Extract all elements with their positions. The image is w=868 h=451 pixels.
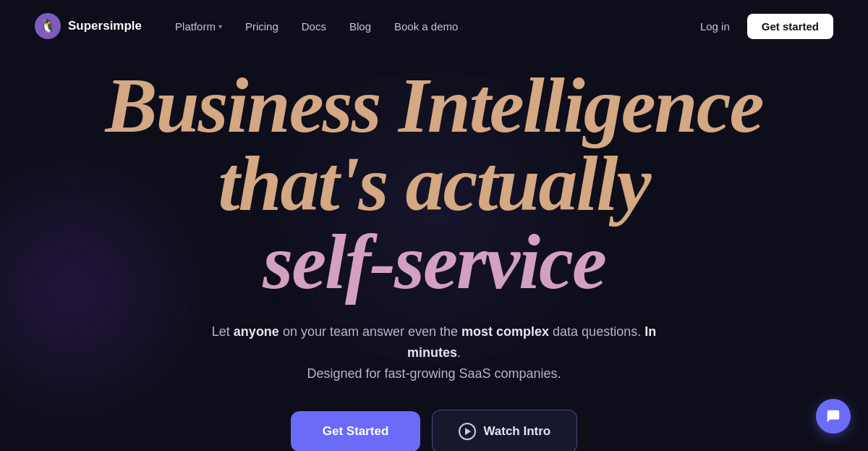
hero-buttons: Get Started Watch Intro (291, 410, 578, 451)
hero-subtitle-line2: Designed for fast-growing SaaS companies… (307, 366, 561, 381)
play-triangle (465, 428, 471, 435)
login-button[interactable]: Log in (689, 14, 741, 38)
nav-blog[interactable]: Blog (339, 14, 381, 38)
hero-title: Business Intelligence that's actually se… (105, 67, 762, 301)
hero-title-line2: that's actually (105, 145, 762, 223)
logo-icon: 🐧 (35, 13, 61, 39)
navbar: 🐧 Supersimple Platform ▾ Pricing Docs Bl… (0, 0, 868, 52)
chevron-down-icon: ▾ (218, 22, 222, 30)
nav-pricing[interactable]: Pricing (235, 14, 289, 38)
nav-book-demo[interactable]: Book a demo (384, 14, 468, 38)
hero-subtitle: Let anyone on your team answer even the … (203, 321, 665, 384)
watch-intro-button[interactable]: Watch Intro (432, 410, 577, 451)
play-icon (459, 423, 476, 440)
get-started-nav-button[interactable]: Get started (747, 14, 833, 39)
nav-right: Log in Get started (689, 14, 833, 39)
get-started-button[interactable]: Get Started (291, 411, 421, 451)
hero-title-line1: Business Intelligence (105, 67, 762, 145)
nav-platform[interactable]: Platform ▾ (165, 14, 232, 38)
logo-link[interactable]: 🐧 Supersimple (35, 13, 142, 39)
nav-links: Platform ▾ Pricing Docs Blog Book a demo (165, 14, 468, 38)
nav-left: 🐧 Supersimple Platform ▾ Pricing Docs Bl… (35, 13, 468, 39)
logo-name: Supersimple (68, 19, 142, 33)
hero-section: Business Intelligence that's actually se… (0, 52, 868, 451)
hero-title-line3: self-service (105, 223, 762, 301)
nav-docs[interactable]: Docs (292, 14, 336, 38)
